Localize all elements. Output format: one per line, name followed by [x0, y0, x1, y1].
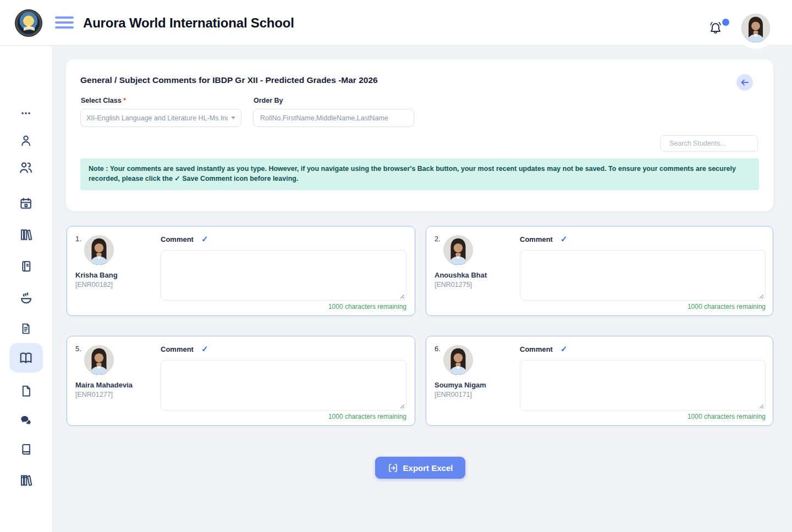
sidebar-item-journal[interactable]: [13, 255, 39, 277]
search-students-input[interactable]: [669, 140, 758, 147]
sidebar-item-lms[interactable]: [13, 438, 39, 460]
student-avatar: [84, 345, 114, 375]
sidebar-item-library-books[interactable]: [13, 224, 39, 246]
comment-textarea[interactable]: [161, 250, 406, 301]
required-marker: *: [123, 97, 126, 104]
student-name: Krisha Bang: [75, 271, 118, 279]
student-avatar: [443, 345, 473, 375]
student-card: 5. Maira Mahadevia [ENR01277] Comment ✓ …: [67, 336, 415, 426]
student-name: Maira Mahadevia: [75, 381, 133, 389]
sidebar-item-messages[interactable]: [13, 409, 39, 431]
page-title: General / Subject Comments for IBDP Gr X…: [80, 75, 378, 85]
chevron-down-icon: [231, 117, 235, 119]
bookshelf-icon: [19, 228, 33, 242]
sidebar-item-documents[interactable]: [13, 380, 39, 402]
select-class-dropdown[interactable]: XII-English Language and Literature HL-M…: [80, 109, 241, 127]
sidebar-item-meals[interactable]: [13, 286, 39, 308]
sidebar-nav: [0, 46, 53, 532]
open-book-icon: [18, 350, 34, 365]
comments-header-card: General / Subject Comments for IBDP Gr X…: [66, 59, 773, 211]
calendar-icon: [19, 196, 33, 210]
user-icon: [19, 134, 33, 148]
comment-label: Comment: [161, 345, 194, 353]
export-icon: [388, 463, 398, 473]
student-number: 1.: [75, 235, 81, 243]
sidebar-item-calendar[interactable]: [13, 192, 39, 214]
student-name: Anoushka Bhat: [435, 271, 487, 279]
characters-remaining: 1000 characters remaining: [161, 413, 406, 420]
user-avatar[interactable]: [741, 14, 770, 42]
users-icon: [18, 160, 34, 175]
back-button[interactable]: [736, 74, 753, 91]
report-document-icon: [19, 322, 32, 335]
student-number: 2.: [435, 235, 441, 243]
ellipsis-icon: [19, 107, 32, 120]
student-name: Soumya Nigam: [435, 381, 486, 389]
student-number: 6.: [435, 345, 441, 353]
student-avatar: [84, 235, 114, 265]
save-comment-check-icon[interactable]: ✓: [560, 234, 568, 244]
student-enrollment: [ENR01277]: [75, 391, 113, 398]
save-comment-check-icon[interactable]: ✓: [201, 234, 208, 244]
order-by-label: Order By: [254, 97, 283, 104]
student-card: 2. Anoushka Bhat [ENR01275] Comment ✓ 10…: [426, 226, 773, 316]
comment-label: Comment: [520, 345, 553, 353]
menu-hamburger-icon[interactable]: [55, 16, 74, 31]
bell-icon: [707, 20, 724, 37]
comment-label: Comment: [161, 235, 194, 243]
student-number: 5.: [75, 345, 81, 353]
student-card: 1. Krisha Bang [ENR00182] Comment ✓ 1000…: [67, 226, 415, 316]
sidebar-item-gradebook[interactable]: [13, 347, 39, 369]
student-enrollment: [ENR01275]: [435, 281, 472, 289]
school-name-title: Aurora World International School: [83, 15, 294, 31]
sidebar-item-resources[interactable]: [13, 469, 39, 491]
sidebar-item-staff[interactable]: [13, 157, 39, 179]
notebook-icon: [19, 259, 33, 273]
characters-remaining: 1000 characters remaining: [520, 413, 766, 420]
school-logo: [15, 9, 42, 37]
characters-remaining: 1000 characters remaining: [520, 303, 766, 311]
sidebar-item-student[interactable]: [13, 130, 39, 152]
app-header: Aurora World International School: [0, 0, 792, 46]
autosave-note: Note : Your comments are saved instantly…: [80, 158, 759, 190]
sidebar-item-more[interactable]: [13, 102, 39, 124]
main-content: General / Subject Comments for IBDP Gr X…: [53, 46, 792, 532]
export-excel-button[interactable]: Export Excel: [375, 457, 465, 479]
characters-remaining: 1000 characters remaining: [161, 303, 406, 311]
export-excel-label: Export Excel: [403, 463, 453, 473]
unread-badge: [722, 19, 729, 26]
order-by-input[interactable]: [253, 109, 414, 127]
comment-label: Comment: [520, 235, 553, 243]
student-enrollment: [ENR00182]: [75, 281, 113, 289]
select-class-label: Select Class *: [81, 97, 126, 104]
arrow-left-icon: [740, 79, 749, 86]
save-comment-check-icon[interactable]: ✓: [201, 344, 208, 354]
student-avatar: [443, 235, 473, 265]
library-icon: [19, 473, 33, 487]
comment-textarea[interactable]: [161, 360, 406, 411]
book-icon: [19, 442, 33, 456]
student-enrollment: [ENR00171]: [435, 391, 472, 398]
select-class-value: XII-English Language and Literature HL-M…: [86, 114, 228, 122]
food-bowl-icon: [19, 290, 34, 305]
comment-textarea[interactable]: [520, 250, 766, 301]
student-card: 6. Soumya Nigam [ENR00171] Comment ✓ 100…: [426, 336, 773, 426]
save-comment-check-icon[interactable]: ✓: [560, 344, 568, 354]
search-students-box[interactable]: [660, 135, 758, 152]
file-icon: [19, 384, 33, 398]
sidebar-item-reports[interactable]: [13, 318, 39, 340]
chat-icon: [19, 413, 33, 427]
notifications-button[interactable]: [707, 20, 730, 40]
comment-textarea[interactable]: [520, 360, 766, 411]
